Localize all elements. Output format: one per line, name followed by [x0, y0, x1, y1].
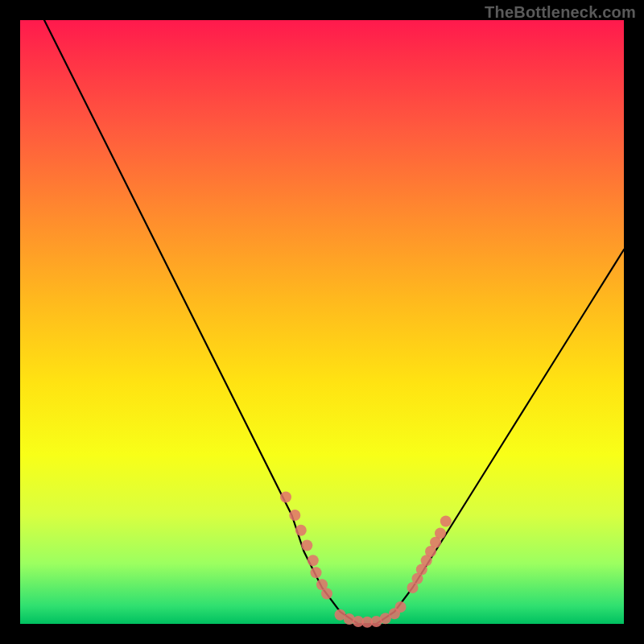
- marker-dot: [395, 601, 407, 613]
- bottleneck-curve: [44, 20, 624, 624]
- marker-dot: [280, 492, 291, 503]
- plot-area: [20, 20, 624, 624]
- marker-dot: [289, 510, 300, 521]
- curve-svg: [20, 20, 624, 624]
- marker-dot: [301, 540, 312, 551]
- watermark-text: TheBottleneck.com: [485, 3, 636, 22]
- marker-dot: [440, 516, 452, 527]
- marker-dot: [311, 567, 322, 578]
- marker-layer: [280, 492, 452, 628]
- chart-frame: TheBottleneck.com: [0, 0, 644, 644]
- marker-dot: [295, 525, 307, 536]
- marker-dot: [435, 528, 446, 539]
- marker-dot: [308, 555, 319, 566]
- marker-dot: [321, 588, 332, 600]
